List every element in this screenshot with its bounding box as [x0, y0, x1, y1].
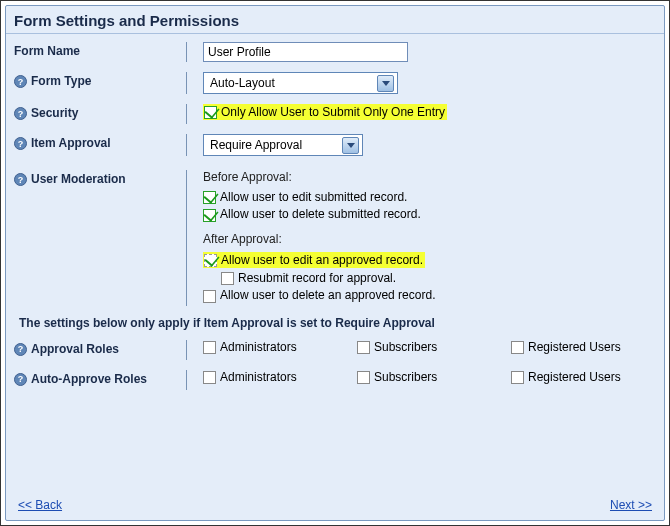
after-approval-header: After Approval:: [203, 232, 656, 246]
item-approval-label: ?Item Approval: [14, 134, 186, 150]
security-highlight: Only Allow User to Submit Only One Entry: [203, 104, 447, 120]
item-approval-select-wrap: Require Approval: [203, 134, 363, 156]
row-form-name: Form Name: [14, 42, 656, 62]
auto-subs-label: Subscribers: [374, 370, 437, 384]
user-moderation-value-col: Before Approval: Allow user to edit subm…: [186, 170, 656, 306]
wizard-footer: << Back Next >>: [18, 498, 652, 512]
after-edit-highlight: Allow user to edit an approved record.: [203, 252, 425, 268]
auto-admin-label: Administrators: [220, 370, 297, 384]
after-resubmit-label: Resubmit record for approval.: [238, 271, 396, 285]
after-resubmit-checkbox[interactable]: [221, 272, 234, 285]
security-label: ?Security: [14, 104, 186, 120]
approval-admin-checkbox[interactable]: [203, 341, 216, 354]
auto-approve-label-text: Auto-Approve Roles: [31, 372, 147, 386]
before-edit-label: Allow user to edit submitted record.: [220, 190, 407, 204]
row-approval-roles: ?Approval Roles Administrators Subscribe…: [14, 340, 656, 360]
approval-reg-checkbox[interactable]: [511, 341, 524, 354]
only-one-entry-label: Only Allow User to Submit Only One Entry: [221, 105, 445, 119]
auto-approve-label: ?Auto-Approve Roles: [14, 370, 186, 386]
auto-subs-checkbox[interactable]: [357, 371, 370, 384]
user-moderation-label-text: User Moderation: [31, 172, 126, 186]
back-link[interactable]: << Back: [18, 498, 62, 512]
after-edit-checkbox[interactable]: [204, 254, 217, 267]
approval-roles-grid: Administrators Subscribers Registered Us…: [203, 340, 656, 354]
approval-note: The settings below only apply if Item Ap…: [19, 316, 656, 330]
help-icon[interactable]: ?: [14, 373, 27, 386]
auto-approve-value-col: Administrators Subscribers Registered Us…: [186, 370, 656, 390]
help-icon[interactable]: ?: [14, 173, 27, 186]
row-form-type: ?Form Type Auto-Layout: [14, 72, 656, 94]
auto-reg-checkbox[interactable]: [511, 371, 524, 384]
item-approval-label-text: Item Approval: [31, 136, 111, 150]
auto-reg-label: Registered Users: [528, 370, 621, 384]
row-security: ?Security Only Allow User to Submit Only…: [14, 104, 656, 124]
only-one-entry-checkbox[interactable]: [204, 106, 217, 119]
form-name-value-col: [186, 42, 656, 62]
next-link[interactable]: Next >>: [610, 498, 652, 512]
form-type-value-col: Auto-Layout: [186, 72, 656, 94]
before-approval-header: Before Approval:: [203, 170, 656, 184]
before-edit-checkbox[interactable]: [203, 191, 216, 204]
help-icon[interactable]: ?: [14, 137, 27, 150]
before-delete-label: Allow user to delete submitted record.: [220, 207, 421, 221]
panel-title: Form Settings and Permissions: [6, 6, 664, 34]
settings-panel: Form Settings and Permissions Form Name …: [5, 5, 665, 521]
approval-reg-label: Registered Users: [528, 340, 621, 354]
auto-approve-grid: Administrators Subscribers Registered Us…: [203, 370, 656, 384]
panel-body: Form Name ?Form Type Auto-Layout: [6, 34, 664, 398]
approval-roles-label-text: Approval Roles: [31, 342, 119, 356]
help-icon[interactable]: ?: [14, 343, 27, 356]
approval-roles-label: ?Approval Roles: [14, 340, 186, 356]
after-delete-label: Allow user to delete an approved record.: [220, 288, 435, 302]
security-value-col: Only Allow User to Submit Only One Entry: [186, 104, 656, 124]
form-name-input[interactable]: [203, 42, 408, 62]
user-moderation-label: ?User Moderation: [14, 170, 186, 186]
before-delete-checkbox[interactable]: [203, 209, 216, 222]
help-icon[interactable]: ?: [14, 75, 27, 88]
form-type-select[interactable]: Auto-Layout: [203, 72, 398, 94]
approval-roles-value-col: Administrators Subscribers Registered Us…: [186, 340, 656, 360]
item-approval-value-col: Require Approval: [186, 134, 656, 156]
help-icon[interactable]: ?: [14, 107, 27, 120]
row-auto-approve-roles: ?Auto-Approve Roles Administrators Subsc…: [14, 370, 656, 390]
item-approval-select[interactable]: Require Approval: [203, 134, 363, 156]
form-type-label-text: Form Type: [31, 74, 91, 88]
auto-admin-checkbox[interactable]: [203, 371, 216, 384]
approval-admin-label: Administrators: [220, 340, 297, 354]
approval-subs-checkbox[interactable]: [357, 341, 370, 354]
page-outer: Form Settings and Permissions Form Name …: [0, 0, 670, 526]
form-type-select-wrap: Auto-Layout: [203, 72, 398, 94]
after-edit-label: Allow user to edit an approved record.: [221, 253, 423, 267]
row-user-moderation: ?User Moderation Before Approval: Allow …: [14, 170, 656, 306]
security-label-text: Security: [31, 106, 78, 120]
approval-subs-label: Subscribers: [374, 340, 437, 354]
form-name-label: Form Name: [14, 42, 186, 58]
form-type-label: ?Form Type: [14, 72, 186, 88]
row-item-approval: ?Item Approval Require Approval: [14, 134, 656, 156]
after-delete-checkbox[interactable]: [203, 290, 216, 303]
